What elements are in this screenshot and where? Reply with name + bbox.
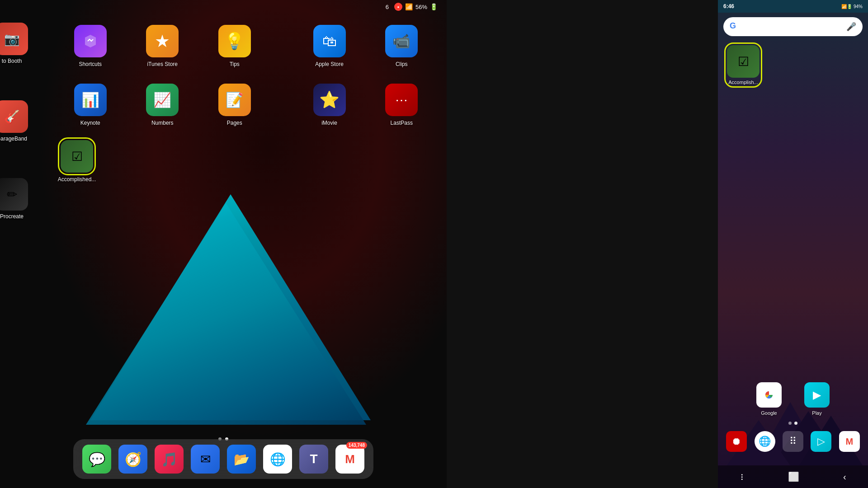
- pages-icon: 📝: [218, 84, 251, 116]
- android-battery: 94%: [854, 4, 863, 9]
- android-apps-icon[interactable]: ⠿: [783, 431, 803, 452]
- itunes-icon: ★: [146, 25, 179, 57]
- safari-dock-icon[interactable]: 🧭: [118, 445, 147, 474]
- record-indicator: ●: [394, 3, 402, 11]
- android-search-container: G 🎤: [723, 17, 863, 36]
- numbers-icon: 📈: [146, 84, 179, 116]
- keynote-label: Keynote: [80, 120, 100, 126]
- android-dot-1[interactable]: [788, 422, 792, 425]
- play-app[interactable]: ▶ Play: [804, 382, 830, 416]
- app-row-2: 📊 Keynote 📈 Numbers 📝 Pages ⭐ iMovie ⋯: [54, 84, 438, 126]
- photo-booth-label: to Booth: [2, 58, 22, 64]
- imovie-app[interactable]: ⭐ iMovie: [307, 84, 352, 126]
- gmail-badge: 143,748: [346, 442, 367, 449]
- android-screen: 6:46 📶🔋 94% G 🎤 ☑ Accomplish...: [718, 0, 868, 488]
- microphone-icon[interactable]: 🎤: [846, 22, 856, 32]
- music-dock-icon[interactable]: 🎵: [155, 445, 184, 474]
- procreate-label: Procreate: [0, 213, 24, 220]
- pages-label: Pages: [227, 120, 242, 126]
- imovie-label: iMovie: [321, 120, 337, 126]
- ipad-status-bar: 6 ● 📶 56% 🔋: [0, 0, 447, 14]
- android-bottom-app-icons: Google ▶ Play: [745, 382, 841, 416]
- ipad-dock: 💬 🧭 🎵 ✉ 📂 🌐 T M 143,748: [73, 439, 373, 479]
- pages-app[interactable]: 📝 Pages: [212, 84, 257, 126]
- left-edge-apps: 📷 to Booth 🎸 GarageBand ✏ Procreate: [0, 23, 28, 274]
- tips-app[interactable]: 💡 Tips: [212, 25, 257, 67]
- accomplished-app[interactable]: ☑ Accomplished...: [54, 140, 99, 183]
- gap-area: [447, 0, 718, 488]
- android-icons: 📶🔋: [841, 4, 852, 9]
- android-play-store-icon[interactable]: ▷: [811, 431, 831, 452]
- app-row-3: ☑ Accomplished...: [54, 140, 99, 183]
- apple-store-app[interactable]: 🛍 Apple Store: [307, 25, 352, 67]
- keynote-icon: 📊: [74, 84, 107, 116]
- numbers-app[interactable]: 📈 Numbers: [140, 84, 185, 126]
- lastpass-icon: ⋯: [385, 84, 418, 116]
- android-dot-2[interactable]: [794, 422, 797, 425]
- garageband-label: GarageBand: [0, 136, 27, 142]
- wifi-icon: 📶: [405, 3, 413, 10]
- android-chrome-icon[interactable]: 🌐: [755, 431, 775, 452]
- battery-icon: 🔋: [430, 3, 438, 10]
- play-icon: ▶: [804, 382, 830, 408]
- shortcuts-label: Shortcuts: [79, 61, 102, 67]
- play-label: Play: [812, 410, 821, 416]
- android-accomplished-app[interactable]: ☑ Accomplish...: [727, 45, 760, 85]
- teams-dock-icon[interactable]: T: [299, 445, 328, 474]
- itunes-label: iTunes Store: [147, 61, 178, 67]
- accomplished-label: Accomplished...: [58, 176, 96, 183]
- imovie-icon: ⭐: [313, 84, 346, 116]
- google-icon: [756, 382, 782, 408]
- clips-icon: 📹: [385, 25, 418, 57]
- lastpass-app[interactable]: ⋯ LastPass: [379, 84, 424, 126]
- back-nav-button[interactable]: ‹: [843, 472, 846, 482]
- procreate-partial[interactable]: ✏ Procreate: [0, 178, 28, 220]
- clips-app[interactable]: 📹 Clips: [379, 25, 424, 67]
- accomplished-icon: ☑: [61, 140, 93, 173]
- battery-display: 56%: [415, 4, 427, 10]
- android-gmail-icon[interactable]: M: [839, 431, 860, 452]
- android-time: 6:46: [723, 3, 734, 9]
- shortcuts-app[interactable]: Shortcuts: [68, 25, 113, 67]
- android-status-bar: 6:46 📶🔋 94%: [718, 0, 868, 13]
- android-nav-bar: ⫶ ⬜ ‹: [718, 465, 868, 488]
- photo-booth-icon: 📷: [0, 23, 28, 55]
- files-dock-icon[interactable]: 📂: [227, 445, 256, 474]
- menu-nav-button[interactable]: ⫶: [740, 472, 744, 482]
- shortcuts-icon: [74, 25, 107, 57]
- app-row-1: Shortcuts ★ iTunes Store 💡 Tips 🛍 Apple …: [54, 25, 438, 67]
- garageband-partial[interactable]: 🎸 GarageBand: [0, 100, 28, 142]
- android-page-dots: [788, 422, 797, 425]
- android-status-icons: 📶🔋 94%: [841, 4, 863, 9]
- home-nav-button[interactable]: ⬜: [788, 471, 799, 482]
- gmail-dock-icon[interactable]: M 143,748: [335, 445, 364, 474]
- time-display: 6: [386, 4, 389, 10]
- itunes-app[interactable]: ★ iTunes Store: [140, 25, 185, 67]
- android-accomplished-label: Accomplish...: [727, 80, 760, 85]
- mail-dock-icon[interactable]: ✉: [191, 445, 220, 474]
- android-record-icon[interactable]: ⏺: [726, 431, 747, 452]
- photo-booth-partial[interactable]: 📷 to Booth: [0, 23, 28, 64]
- apple-store-icon: 🛍: [313, 25, 346, 57]
- keynote-app[interactable]: 📊 Keynote: [68, 84, 113, 126]
- android-dock: ⏺ 🌐 ⠿ ▷ M: [718, 431, 868, 452]
- google-label: Google: [761, 410, 777, 416]
- google-logo: G: [730, 21, 741, 32]
- google-app[interactable]: Google: [756, 382, 782, 416]
- clips-label: Clips: [396, 61, 408, 67]
- apple-store-label: Apple Store: [315, 61, 344, 67]
- chrome-dock-icon[interactable]: 🌐: [263, 445, 292, 474]
- garageband-icon: 🎸: [0, 100, 28, 133]
- procreate-icon: ✏: [0, 178, 28, 211]
- numbers-label: Numbers: [151, 120, 174, 126]
- android-search-bar[interactable]: G 🎤: [723, 17, 863, 36]
- ipad-screen: 6 ● 📶 56% 🔋 📷 to Booth 🎸 GarageBand ✏: [0, 0, 447, 488]
- tips-icon: 💡: [218, 25, 251, 57]
- messages-dock-icon[interactable]: 💬: [82, 445, 111, 474]
- tips-label: Tips: [230, 61, 240, 67]
- lastpass-label: LastPass: [391, 120, 413, 126]
